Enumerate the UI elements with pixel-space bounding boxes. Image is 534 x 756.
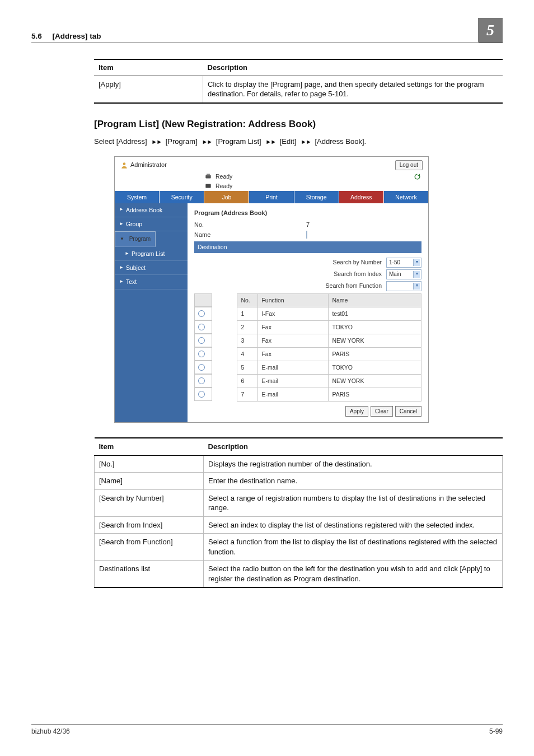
cell-desc: Select a range of registration numbers t… <box>204 489 503 516</box>
tab-storage[interactable]: Storage <box>294 191 339 203</box>
field-no: No. 7 <box>194 221 421 229</box>
col-func: Function <box>258 293 329 307</box>
svg-point-0 <box>123 162 126 165</box>
row-radio[interactable] <box>194 334 212 347</box>
cell-name: NEW YORK <box>329 374 421 388</box>
col-no: No. <box>237 293 258 307</box>
sidebar-item-subject[interactable]: ► Subject <box>115 261 188 275</box>
running-head: 5.6 [Address] tab 5 <box>31 18 503 43</box>
breadcrumb-instruction: Select [Address] ►► [Program] ►► [Progra… <box>94 137 503 147</box>
table-row: [No.]Displays the registration number of… <box>95 455 503 473</box>
tab-print[interactable]: Print <box>249 191 294 203</box>
cell-item: [Search by Number] <box>95 489 204 516</box>
field-name: Name <box>194 231 421 239</box>
cell-item: Destinations list <box>95 561 204 588</box>
cancel-button[interactable]: Cancel <box>395 406 421 417</box>
sidebar-item-label: Group <box>126 220 142 228</box>
row-radio[interactable] <box>194 388 212 401</box>
cell-name: test01 <box>329 307 421 320</box>
name-input[interactable] <box>306 231 307 239</box>
col-item: Item <box>94 59 203 76</box>
cell-name: TOKYO <box>329 320 421 334</box>
table-row: 6E-mailNEW YORK <box>194 374 421 388</box>
no-value: 7 <box>306 221 329 229</box>
sidebar-item-label: Address Book <box>126 206 162 214</box>
arrow-icon: ►► <box>151 138 161 146</box>
cell-desc: Enter the destination name. <box>204 473 503 490</box>
cell-desc: Displays the registration number of the … <box>204 455 503 473</box>
cell-name: NEW YORK <box>329 334 421 347</box>
button-row: Apply Clear Cancel <box>194 406 421 417</box>
cell-desc: Click to display the [Program] page, and… <box>203 76 503 103</box>
cell-item: [Name] <box>95 473 204 490</box>
table-row: 3FaxNEW YORK <box>194 334 421 347</box>
search-from-function-row: Search from Function ▾ <box>194 281 421 291</box>
cell-no: 6 <box>237 374 258 388</box>
tab-job[interactable]: Job <box>204 191 249 203</box>
sidebar-item-group[interactable]: ► Group <box>115 217 188 231</box>
search-from-function-select[interactable]: ▾ <box>386 281 421 291</box>
search-label: Search from Index <box>334 270 382 278</box>
search-from-index-row: Search from Index Main ▾ <box>194 269 421 279</box>
sidebar-item-program[interactable]: ▼ Program <box>115 231 156 247</box>
cell-func: Fax <box>258 320 329 334</box>
svg-rect-3 <box>205 184 210 188</box>
search-by-number-select[interactable]: 1-50 ▾ <box>386 258 421 268</box>
screenshot: Administrator Log out Ready Ready System… <box>114 156 429 423</box>
sidebar-item-text[interactable]: ► Text <box>115 275 188 289</box>
row-radio[interactable] <box>194 320 212 334</box>
apply-button[interactable]: Apply <box>345 406 368 417</box>
table-row: 5E-mailTOKYO <box>194 361 421 374</box>
chapter-badge: 5 <box>478 18 503 43</box>
cell-func: E-mail <box>258 361 329 374</box>
row-radio[interactable] <box>194 374 212 388</box>
user-icon <box>120 161 128 169</box>
table-row: Destinations listSelect the radio button… <box>95 561 503 588</box>
subsection-heading: [Program List] (New Registration: Addres… <box>94 118 503 131</box>
arrow-icon: ►► <box>265 138 275 146</box>
section-title: [Address] tab <box>53 32 101 40</box>
chapter-number: 5 <box>486 20 494 41</box>
table-row: [Apply] Click to display the [Program] p… <box>94 76 503 103</box>
sidebar-item-label: Subject <box>126 264 146 272</box>
tab-address[interactable]: Address <box>339 191 384 203</box>
caret-right-icon: ► <box>125 251 129 257</box>
refresh-icon[interactable] <box>413 172 421 181</box>
footer-left: bizhub 42/36 <box>31 727 70 736</box>
tab-system[interactable]: System <box>115 191 160 203</box>
table-row: [Search from Index]Select an index to di… <box>95 516 503 534</box>
table-row: 4FaxPARIS <box>194 347 421 361</box>
tab-security[interactable]: Security <box>160 191 204 203</box>
table-row: [Search from Function]Select a function … <box>95 534 503 561</box>
cell-desc: Select the radio button on the left for … <box>204 561 503 588</box>
cell-desc: Select an index to display the list of d… <box>204 516 503 534</box>
row-radio[interactable] <box>194 347 212 361</box>
cell-func: E-mail <box>258 374 329 388</box>
cell-item: [Apply] <box>94 76 203 103</box>
cell-item: [Search from Index] <box>95 516 204 534</box>
chevron-down-icon: ▾ <box>413 259 420 266</box>
name-label: Name <box>194 231 239 239</box>
cell-name: PARIS <box>329 388 421 401</box>
table-row: 2FaxTOKYO <box>194 320 421 334</box>
table-row: 7E-mailPARIS <box>194 388 421 401</box>
logout-button[interactable]: Log out <box>395 160 423 170</box>
cell-item: [No.] <box>95 455 204 473</box>
col-item: Item <box>95 438 204 455</box>
sidebar-item-programlist[interactable]: ► Program List <box>115 247 188 261</box>
col-select <box>194 293 212 307</box>
row-radio[interactable] <box>194 361 212 374</box>
section-label: 5.6 [Address] tab <box>31 31 101 41</box>
tab-network[interactable]: Network <box>384 191 428 203</box>
sidebar-item-addressbook[interactable]: ► Address Book <box>115 203 188 217</box>
cell-func: I-Fax <box>258 307 329 320</box>
search-from-index-select[interactable]: Main ▾ <box>386 269 421 279</box>
row-radio[interactable] <box>194 307 212 320</box>
section-number: 5.6 <box>31 32 42 40</box>
clear-button[interactable]: Clear <box>371 406 393 417</box>
search-by-number-row: Search by Number 1-50 ▾ <box>194 258 421 268</box>
table-row: [Search by Number]Select a range of regi… <box>95 489 503 516</box>
chevron-down-icon: ▾ <box>413 283 420 290</box>
cell-func: Fax <box>258 347 329 361</box>
printer-icon <box>204 172 212 180</box>
